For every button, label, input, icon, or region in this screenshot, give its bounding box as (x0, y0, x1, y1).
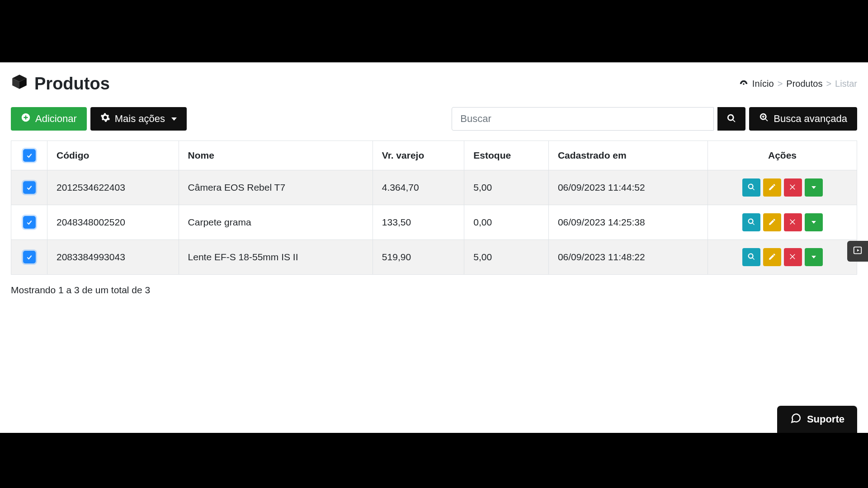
search-icon (726, 113, 736, 125)
col-stock[interactable]: Estoque (464, 141, 549, 170)
search-icon (747, 253, 755, 262)
cell-created: 06/09/2023 11:48:22 (548, 240, 708, 275)
more-actions-label: Mais ações (115, 113, 165, 125)
caret-down-icon (811, 186, 816, 189)
close-icon (789, 218, 797, 227)
panel-right-icon (853, 245, 863, 257)
search-icon (747, 218, 755, 227)
add-button-label: Adicionar (35, 113, 77, 125)
cell-name: Carpete grama (179, 205, 373, 240)
close-icon (789, 183, 797, 192)
side-panel-toggle[interactable] (847, 241, 868, 262)
cell-name: Lente EF-S 18-55mm IS II (179, 240, 373, 275)
cell-retail: 519,90 (373, 240, 464, 275)
search-icon (747, 183, 755, 192)
plus-circle-icon (21, 113, 31, 125)
cell-code: 2012534622403 (47, 170, 179, 205)
edit-button[interactable] (763, 248, 781, 266)
products-table: Código Nome Vr. varejo Estoque Cadastrad… (11, 141, 857, 275)
cell-created: 06/09/2023 11:44:52 (548, 170, 708, 205)
breadcrumb-separator: > (826, 79, 831, 89)
caret-down-icon (811, 221, 816, 224)
cell-stock: 0,00 (464, 205, 549, 240)
edit-icon (768, 253, 776, 262)
cell-created: 06/09/2023 14:25:38 (548, 205, 708, 240)
row-checkbox[interactable] (23, 251, 36, 263)
cell-retail: 133,50 (373, 205, 464, 240)
edit-button[interactable] (763, 178, 781, 197)
view-button[interactable] (742, 178, 760, 197)
col-created[interactable]: Cadastrado em (548, 141, 708, 170)
delete-button[interactable] (784, 213, 802, 231)
delete-button[interactable] (784, 248, 802, 266)
support-label: Suporte (807, 413, 844, 425)
row-checkbox[interactable] (23, 216, 36, 229)
select-all-checkbox[interactable] (23, 149, 36, 162)
table-row: 2012534622403Câmera EOS Rebel T74.364,70… (11, 170, 857, 205)
box-icon (11, 73, 28, 94)
row-checkbox[interactable] (23, 181, 36, 194)
close-icon (789, 253, 797, 262)
search-button[interactable] (717, 107, 745, 131)
col-name[interactable]: Nome (179, 141, 373, 170)
dashboard-icon (739, 79, 749, 89)
chat-icon (790, 412, 802, 427)
more-actions-button[interactable]: Mais ações (90, 107, 187, 131)
view-button[interactable] (742, 248, 760, 266)
breadcrumb-current: Listar (835, 79, 857, 89)
advanced-search-button[interactable]: Busca avançada (749, 107, 857, 131)
cogs-icon (100, 113, 110, 125)
cell-stock: 5,00 (464, 170, 549, 205)
search-plus-icon (759, 113, 769, 125)
table-row: 2048348002520Carpete grama133,500,0006/0… (11, 205, 857, 240)
page-title-text: Produtos (34, 74, 110, 94)
cell-name: Câmera EOS Rebel T7 (179, 170, 373, 205)
view-button[interactable] (742, 213, 760, 231)
breadcrumb-separator: > (778, 79, 783, 89)
col-retail[interactable]: Vr. varejo (373, 141, 464, 170)
caret-down-icon (811, 256, 816, 258)
cell-code: 2083384993043 (47, 240, 179, 275)
breadcrumb-section[interactable]: Produtos (786, 79, 822, 89)
more-button[interactable] (805, 178, 823, 197)
cell-retail: 4.364,70 (373, 170, 464, 205)
delete-button[interactable] (784, 178, 802, 197)
page-title: Produtos (11, 73, 110, 94)
cell-code: 2048348002520 (47, 205, 179, 240)
edit-button[interactable] (763, 213, 781, 231)
breadcrumb-home[interactable]: Início (752, 79, 774, 89)
edit-icon (768, 183, 776, 192)
support-button[interactable]: Suporte (777, 406, 857, 433)
svg-marker-2 (857, 249, 859, 252)
edit-icon (768, 218, 776, 227)
more-button[interactable] (805, 213, 823, 231)
table-footer-info: Mostrando 1 a 3 de um total de 3 (0, 275, 868, 305)
breadcrumb: Início > Produtos > Listar (739, 79, 857, 89)
advanced-search-label: Busca avançada (774, 113, 847, 125)
col-code[interactable]: Código (47, 141, 179, 170)
more-button[interactable] (805, 248, 823, 266)
caret-down-icon (171, 117, 177, 121)
table-row: 2083384993043Lente EF-S 18-55mm IS II519… (11, 240, 857, 275)
search-input[interactable] (452, 107, 714, 131)
col-actions: Ações (708, 141, 857, 170)
cell-stock: 5,00 (464, 240, 549, 275)
add-button[interactable]: Adicionar (11, 107, 87, 131)
